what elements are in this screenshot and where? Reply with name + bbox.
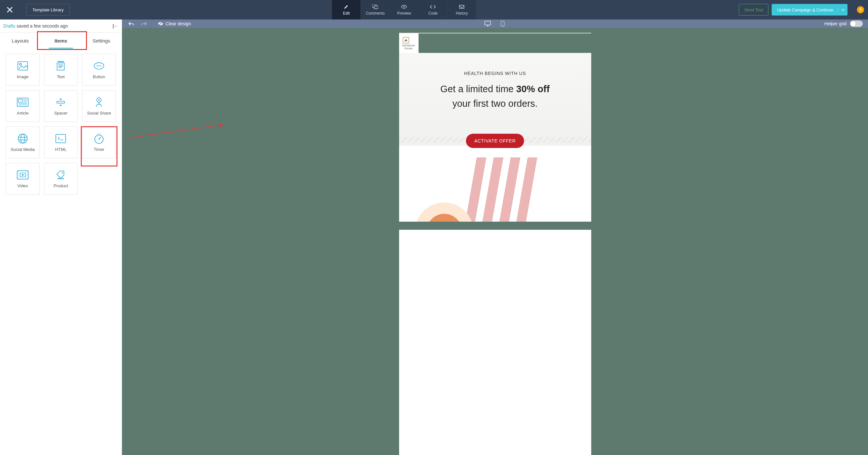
helper-grid-label: Helper grid	[825, 21, 846, 26]
svg-point-23	[18, 172, 19, 172]
tab-preview[interactable]: Preview	[390, 0, 418, 20]
item-image[interactable]: Image	[6, 54, 39, 86]
tab-label: Settings	[92, 38, 110, 43]
annotation-arrow	[125, 122, 229, 142]
svg-point-26	[27, 172, 27, 172]
svg-point-15	[98, 99, 100, 101]
button-icon	[93, 61, 104, 71]
clear-design-label: Clear design	[165, 21, 191, 26]
item-label: Spacer	[54, 111, 67, 116]
social-share-icon	[94, 97, 103, 108]
email-headline: Get a limited time 30% off your first tw…	[412, 82, 578, 111]
svg-point-16	[18, 134, 27, 143]
sidebar-tab-layouts[interactable]: Layouts	[0, 33, 40, 49]
tab-label: Comments	[366, 11, 384, 16]
tab-label: Layouts	[12, 38, 29, 43]
annotation-highlight	[81, 126, 118, 166]
svg-point-24	[18, 175, 19, 175]
item-label: Image	[17, 74, 29, 79]
text-icon	[56, 61, 66, 71]
headline-part: your first two orders.	[452, 98, 538, 109]
svg-point-2	[403, 6, 405, 7]
top-tabs: Edit Comments Preview Code History	[332, 0, 476, 20]
item-product[interactable]: Product	[44, 163, 78, 195]
item-label: Social Media	[11, 147, 35, 152]
video-icon	[17, 170, 29, 180]
html-icon	[56, 133, 66, 144]
send-test-button[interactable]: Send Test	[739, 4, 769, 16]
item-label: Button	[93, 74, 105, 79]
tab-label: Edit	[343, 11, 350, 16]
svg-point-25	[18, 178, 19, 178]
svg-point-29	[62, 172, 63, 173]
update-campaign-button[interactable]: Update Campaign & Continue	[772, 4, 847, 16]
undo-button[interactable]	[127, 20, 136, 28]
item-html[interactable]: HTML	[44, 127, 78, 158]
annotation-highlight	[37, 31, 87, 50]
desktop-view-button[interactable]	[484, 20, 492, 28]
svg-point-17	[21, 134, 25, 143]
chevron-down-icon	[838, 9, 845, 11]
sidebar-tab-settings[interactable]: Settings	[81, 33, 122, 49]
item-video[interactable]: Video	[6, 163, 39, 195]
drafts-link[interactable]: Drafts	[3, 23, 15, 29]
item-label: Social Share	[87, 111, 111, 116]
headline-part: Get a limited time	[440, 84, 516, 94]
brand-name-2: house	[402, 47, 415, 50]
svg-point-27	[27, 175, 27, 175]
send-test-label: Send Test	[744, 7, 763, 12]
svg-rect-13	[57, 101, 65, 103]
template-library-button[interactable]: Template Library	[26, 4, 70, 16]
svg-point-28	[27, 178, 27, 178]
canvas-area: Clear design Helper grid	[122, 20, 868, 455]
collapse-sidebar-button[interactable]: |←	[113, 23, 118, 29]
item-social-media[interactable]: Social Media	[6, 127, 39, 158]
item-article[interactable]: Article	[6, 90, 39, 122]
svg-point-9	[99, 65, 100, 66]
svg-rect-1	[374, 6, 378, 9]
clear-design-button[interactable]: Clear design	[158, 21, 191, 26]
cta-label: ACTIVATE OFFER	[474, 138, 516, 144]
help-button[interactable]: ?	[857, 6, 864, 13]
mobile-view-button[interactable]	[498, 20, 507, 28]
eye-slash-icon	[158, 22, 163, 26]
pencil-icon	[344, 4, 349, 10]
item-text[interactable]: Text	[44, 54, 78, 86]
close-button[interactable]	[0, 6, 20, 13]
comments-icon	[372, 4, 378, 10]
template-library-label: Template Library	[32, 7, 64, 12]
svg-rect-30	[485, 21, 491, 25]
email-footer-strip	[399, 222, 591, 230]
tab-history[interactable]: History	[447, 0, 476, 20]
item-spacer[interactable]: Spacer	[44, 90, 78, 122]
tab-code[interactable]: Code	[418, 0, 447, 20]
svg-line-34	[127, 125, 223, 138]
svg-point-5	[20, 63, 22, 65]
items-grid: Image Text Button Article Spacer Social …	[0, 49, 122, 200]
image-icon	[18, 61, 28, 71]
svg-marker-35	[219, 124, 223, 128]
item-label: Video	[17, 183, 28, 188]
tab-label: Preview	[397, 11, 411, 16]
sidebar: Drafts saved a few seconds ago |← Layout…	[0, 20, 122, 455]
redo-button[interactable]	[140, 20, 148, 28]
email-template[interactable]: herbalove house HEALTH BEGINS WITH US Ge…	[399, 33, 591, 455]
article-icon	[17, 97, 29, 108]
item-label: HTML	[55, 147, 66, 152]
email-canvas[interactable]: herbalove house HEALTH BEGINS WITH US Ge…	[122, 28, 868, 455]
tab-label: History	[456, 11, 468, 16]
spacer-icon	[56, 97, 66, 108]
code-icon	[430, 4, 436, 10]
eye-icon	[401, 4, 407, 10]
tab-comments[interactable]: Comments	[361, 0, 390, 20]
update-campaign-label: Update Campaign & Continue	[777, 7, 833, 12]
headline-bold: 30% off	[516, 84, 550, 94]
tab-label: Code	[428, 11, 438, 16]
item-label: Text	[57, 74, 65, 79]
item-social-share[interactable]: Social Share	[82, 90, 116, 122]
tab-edit[interactable]: Edit	[332, 0, 361, 20]
email-cta-button[interactable]: ACTIVATE OFFER	[466, 134, 524, 148]
helper-grid-toggle[interactable]	[850, 21, 863, 27]
svg-point-32	[502, 25, 503, 26]
item-button[interactable]: Button	[82, 54, 116, 86]
